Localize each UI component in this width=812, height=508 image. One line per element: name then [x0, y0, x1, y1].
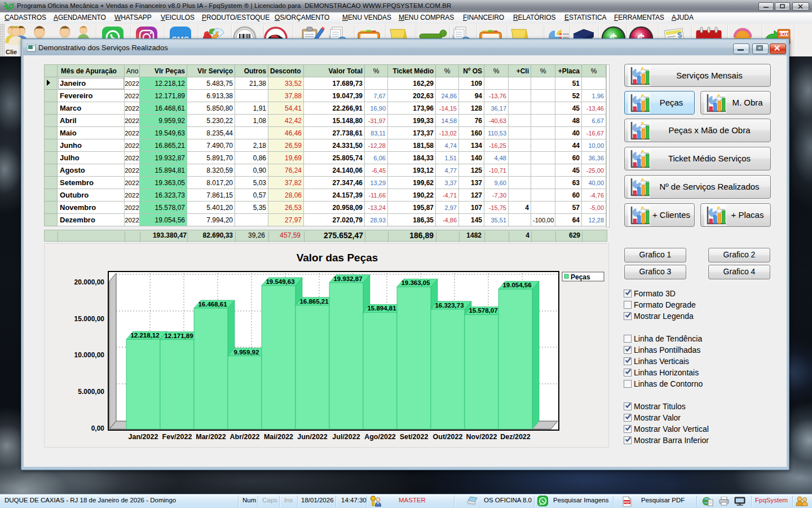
svg-text:15.894,81: 15.894,81: [367, 305, 396, 312]
svg-text:Ago/2022: Ago/2022: [364, 433, 396, 441]
svg-text:12.171,89: 12.171,89: [164, 332, 193, 339]
svg-text:19.054,56: 19.054,56: [502, 282, 531, 288]
svg-text:Mai/2022: Mai/2022: [264, 433, 293, 441]
svg-text:15.578,07: 15.578,07: [469, 307, 497, 314]
svg-text:Abr/2022: Abr/2022: [230, 433, 260, 441]
svg-text:16.323,73: 16.323,73: [435, 302, 464, 309]
svg-text:20.000,00: 20.000,00: [74, 278, 105, 286]
svg-text:PDF: PDF: [624, 501, 631, 504]
svg-text:Jun/2022: Jun/2022: [297, 433, 328, 441]
svg-text:19.932,87: 19.932,87: [333, 275, 362, 282]
svg-text:Out/2022: Out/2022: [433, 433, 463, 441]
svg-text:Mar/2022: Mar/2022: [196, 433, 226, 441]
svg-text:16.865,21: 16.865,21: [299, 298, 329, 305]
svg-text:16.468,61: 16.468,61: [198, 301, 227, 308]
svg-text:Set/2022: Set/2022: [400, 433, 429, 441]
svg-text:15.000,00: 15.000,00: [74, 315, 105, 323]
svg-text:EXIT: EXIT: [779, 32, 789, 37]
svg-text:10.000,00: 10.000,00: [74, 351, 105, 359]
svg-text:19.549,63: 19.549,63: [266, 278, 294, 285]
svg-text:Nov/2022: Nov/2022: [466, 433, 497, 441]
svg-text:Fev/2022: Fev/2022: [162, 433, 192, 441]
svg-text:9.959,92: 9.959,92: [234, 349, 259, 356]
svg-text:19.363,05: 19.363,05: [401, 279, 430, 286]
svg-text:5.000,00: 5.000,00: [78, 388, 104, 396]
svg-text:Dez/2022: Dez/2022: [500, 433, 531, 441]
svg-text:Valor das Peças: Valor das Peças: [297, 252, 378, 264]
svg-text:Peças: Peças: [571, 273, 590, 281]
svg-text:Jul/2022: Jul/2022: [332, 433, 360, 441]
svg-text:0,00: 0,00: [91, 424, 105, 432]
svg-text:12.218,12: 12.218,12: [130, 332, 159, 339]
svg-text:Jan/2022: Jan/2022: [129, 433, 158, 441]
